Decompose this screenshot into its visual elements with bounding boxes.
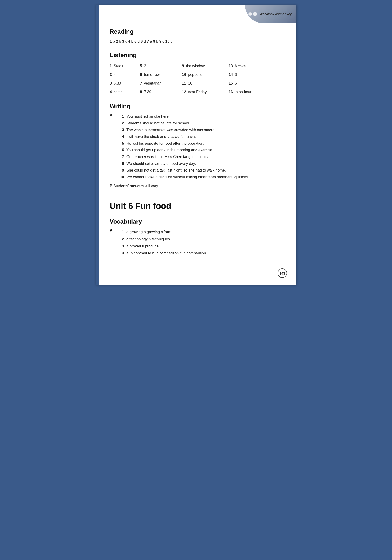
workbook-label: Workbook answer key [259,12,292,16]
reading-answer-10: 10 d [166,40,173,43]
vocab-item-4: 4a In contrast to b In comparison c in c… [119,250,206,257]
writing-item-6: 6You should get up early in the morning … [119,147,249,154]
header-decoration: Workbook answer key [245,5,296,23]
page-container: Workbook answer key Reading 1 b 2 b 3 c … [96,5,296,285]
listening-item-14: 14 3 [229,71,275,79]
writing-item-2: 2Students should not be late for school. [119,120,249,127]
writing-item-4: 4I will have the steak and a salad for l… [119,133,249,140]
reading-title: Reading [110,28,282,35]
listening-item-10: 10 peppers [182,71,229,79]
listening-section: Listening 1 Steak 5 2 9 the window 13 A … [110,52,282,96]
listening-item-13: 13 A cake [229,62,275,70]
reading-answer-5: 5 d [134,40,141,43]
vocab-item-2: 2a technology b techniques [119,236,206,243]
vocab-a-label: A [110,229,114,233]
writing-items-list: 1You must not smoke here. 2Students shou… [119,113,249,180]
writing-item-9: 9She could not get a taxi last night, so… [119,167,249,174]
vocab-part-a: A 1a growing b growing c farm 2a technol… [110,229,282,257]
writing-item-8: 8We should eat a variety of food every d… [119,160,249,167]
writing-section: Writing A 1You must not smoke here. 2Stu… [110,103,282,190]
listening-item-16: 16 in an hour [229,88,275,96]
listening-item-6: 6 tomorrow [140,71,182,79]
reading-answers: 1 b 2 b 3 c 4 b 5 d 6 d 7 a 8 b 9 c 10 d [110,39,282,45]
writing-item-3: 3The whole supermarket was crowded with … [119,127,249,133]
vocabulary-title: Vocabulary [110,218,282,225]
writing-item-10: 10We cannot make a decision without aski… [119,174,249,181]
reading-answer-9: 9 c [159,40,166,43]
unit-section: Unit 6 Fun food [110,201,282,211]
listening-item-3: 3 6.30 [110,79,140,87]
writing-item-7: 7Our teacher was ill, so Miss Chen taugh… [119,154,249,160]
unit-title: Unit 6 Fun food [110,201,282,211]
dot-large [253,12,257,16]
dot-medium [248,12,252,16]
listening-item-11: 11 10 [182,79,229,87]
reading-answer-4: 4 b [128,40,134,43]
listening-item-8: 8 7.30 [140,88,182,96]
vocabulary-section: Vocabulary A 1a growing b growing c farm… [110,218,282,257]
writing-part-b: B Students' answers will vary. [110,183,282,190]
vocab-item-1: 1a growing b growing c farm [119,229,206,236]
listening-item-2: 2 4 [110,71,140,79]
reading-section: Reading 1 b 2 b 3 c 4 b 5 d 6 d 7 a 8 b … [110,28,282,45]
vocab-items-list: 1a growing b growing c farm 2a technolog… [119,229,206,257]
listening-item-4: 4 cattle [110,88,140,96]
page-number: 143 [278,269,287,278]
left-bar [96,5,99,285]
writing-item-5: 5He lost his appetite for food after the… [119,140,249,147]
dot-small [245,13,247,15]
reading-answer-3: 3 c [122,40,128,43]
reading-answer-1: 1 b [110,40,116,43]
writing-title: Writing [110,103,282,110]
listening-item-9: 9 the window [182,62,229,70]
listening-item-5: 5 2 [140,62,182,70]
decorative-dots [245,12,257,16]
listening-item-1: 1 Steak [110,62,140,70]
listening-item-15: 15 6 [229,79,275,87]
reading-answer-8: 8 b [153,40,159,43]
writing-a-label: A [110,113,114,117]
vocab-item-3: 3a proved b produce [119,243,206,250]
reading-answer-6: 6 d [141,40,147,43]
reading-answer-7: 7 a [147,40,153,43]
reading-answer-2: 2 b [116,40,122,43]
writing-item-1: 1You must not smoke here. [119,113,249,120]
listening-item-7: 7 vegetarian [140,79,182,87]
listening-title: Listening [110,52,282,59]
listening-grid: 1 Steak 5 2 9 the window 13 A cake 2 4 6… [110,62,282,96]
writing-part-a: A 1You must not smoke here. 2Students sh… [110,113,282,180]
listening-item-12: 12 next Friday [182,88,229,96]
